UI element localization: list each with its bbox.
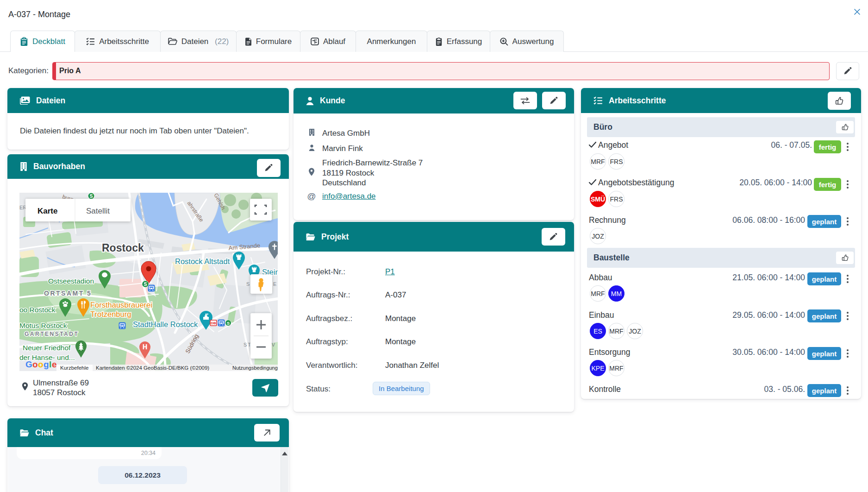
- svg-text:Rostock Altstadt: Rostock Altstadt: [175, 257, 230, 265]
- svg-text:o: o: [32, 360, 38, 369]
- svg-text:ORTSAMT 5: ORTSAMT 5: [44, 290, 92, 297]
- svg-text:Neuer Friedhof: Neuer Friedhof: [23, 344, 71, 352]
- svg-text:Forsthausbrauerei: Forsthausbrauerei: [90, 301, 152, 309]
- svg-text:Trotzenburg: Trotzenburg: [90, 310, 131, 318]
- svg-text:Karte: Karte: [37, 207, 57, 215]
- svg-text:o: o: [38, 360, 44, 369]
- svg-text:S: S: [144, 281, 147, 287]
- svg-text:GARTENSTADT: GARTENSTADT: [25, 331, 79, 337]
- svg-text:Nutzungsbedingungen: Nutzungsbedingungen: [232, 365, 278, 371]
- svg-text:g: g: [44, 360, 49, 369]
- svg-text:E: E: [273, 281, 276, 287]
- svg-text:S: S: [90, 194, 93, 199]
- svg-text:G: G: [25, 360, 32, 369]
- svg-text:Motus Rostock: Motus Rostock: [19, 322, 67, 329]
- svg-text:S: S: [227, 321, 230, 326]
- svg-text:Ostseestadion: Ostseestadion: [48, 277, 94, 285]
- svg-text:DB: DB: [211, 321, 216, 325]
- svg-text:Rostock: Rostock: [102, 242, 144, 254]
- svg-text:Kurzbefehle: Kurzbefehle: [60, 365, 88, 371]
- svg-text:e: e: [52, 360, 57, 369]
- svg-text:oo Rostock: oo Rostock: [19, 306, 56, 314]
- svg-text:StadtHalle Rostock: StadtHalle Rostock: [133, 320, 198, 328]
- svg-text:Kartendaten ©2024 GeoBasis-DE/: Kartendaten ©2024 GeoBasis-DE/BKG (©2009…: [96, 365, 209, 371]
- svg-text:Satellit: Satellit: [86, 207, 110, 215]
- svg-text:l: l: [49, 360, 51, 369]
